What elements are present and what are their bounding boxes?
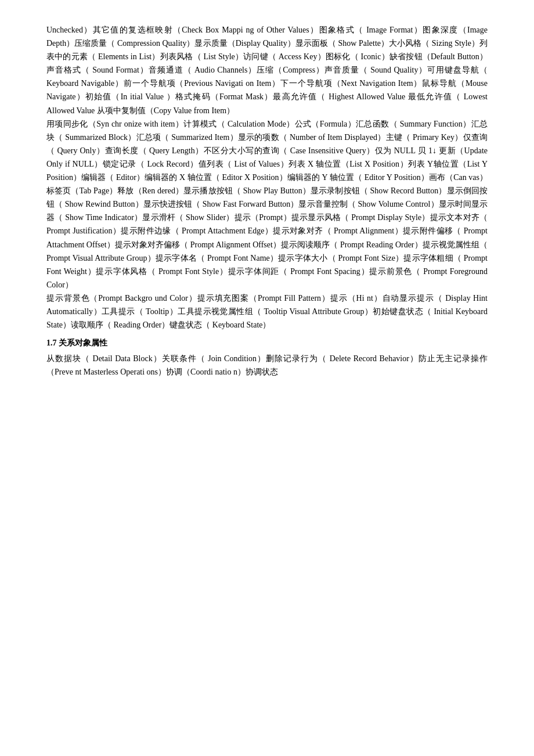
paragraph-2: 用项同步化（Syn chr onize with item）计算模式（ Calc… xyxy=(46,117,488,291)
paragraph-3: 提示背景色（Prompt Backgro und Color）提示填充图案（Pr… xyxy=(46,291,488,332)
paragraph-1: Unchecked）其它值的复选框映射（Check Box Mappi ng o… xyxy=(46,23,488,117)
paragraph-4: 从数据块（ Detail Data Block）关联条件（ Join Condi… xyxy=(46,352,488,379)
main-content: Unchecked）其它值的复选框映射（Check Box Mappi ng o… xyxy=(46,23,488,379)
section-title: 1.7 关系对象属性 xyxy=(46,336,488,350)
